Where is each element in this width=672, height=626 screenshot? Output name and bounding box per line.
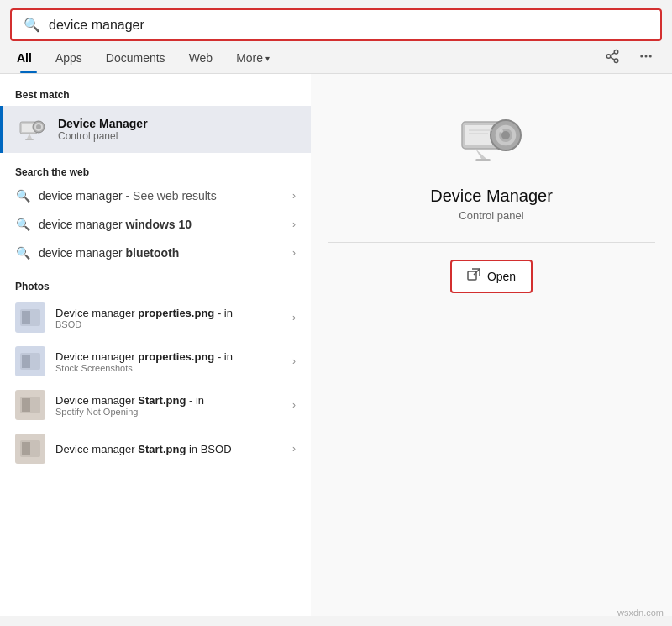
search-icon: 🔍	[15, 189, 30, 203]
svg-point-7	[649, 55, 652, 57]
svg-point-31	[500, 129, 503, 133]
photo-item-text-0: Device manager properties.png - in BSOD	[55, 307, 292, 329]
chevron-right-icon: ›	[292, 218, 296, 230]
photo-item-1[interactable]: Device manager properties.png - in Stock…	[0, 339, 311, 383]
photo-item-2[interactable]: Device manager Start.png - in Spotify No…	[0, 383, 311, 427]
chevron-right-icon: ›	[292, 443, 296, 455]
photo-thumb-2	[15, 390, 45, 420]
device-manager-icon-large	[458, 108, 525, 175]
divider	[328, 242, 655, 243]
svg-rect-18	[22, 355, 30, 368]
svg-point-5	[640, 55, 643, 57]
main-content: Best match Device Manager Control panel	[0, 74, 672, 616]
share-icon-button[interactable]	[600, 45, 625, 71]
tab-documents[interactable]: Documents	[94, 43, 177, 73]
left-panel: Best match Device Manager Control panel	[0, 74, 311, 616]
web-search-text-2: device manager bluetooth	[39, 246, 292, 260]
svg-rect-26	[475, 159, 491, 161]
svg-line-3	[610, 57, 614, 60]
search-icon: 🔍	[15, 246, 30, 260]
detail-app-name: Device Manager	[430, 187, 553, 206]
svg-point-2	[614, 59, 618, 63]
web-search-item-0[interactable]: 🔍 device manager - See web results ›	[0, 181, 311, 210]
open-external-icon	[467, 268, 480, 285]
svg-point-6	[645, 55, 648, 57]
svg-marker-25	[475, 149, 486, 159]
chevron-down-icon: ▾	[265, 54, 270, 63]
tabs-right-actions	[600, 45, 659, 71]
photo-item-text-1: Device manager properties.png - in Stock…	[55, 350, 292, 373]
photo-thumb-0	[15, 302, 45, 333]
web-search-text-1: device manager windows 10	[39, 218, 292, 231]
svg-point-30	[501, 131, 510, 139]
device-manager-icon-small	[18, 114, 48, 145]
svg-line-4	[610, 52, 614, 55]
tab-apps[interactable]: Apps	[44, 43, 94, 73]
tab-more[interactable]: More ▾	[224, 43, 281, 73]
photo-thumb-3	[15, 434, 45, 464]
right-panel: Device Manager Control panel Open	[311, 74, 672, 616]
open-button-label: Open	[487, 270, 516, 283]
photo-item-0[interactable]: Device manager properties.png - in BSOD …	[0, 296, 311, 339]
photo-item-text-2: Device manager Start.png - in Spotify No…	[55, 394, 292, 417]
best-match-item[interactable]: Device Manager Control panel	[0, 106, 311, 153]
open-button[interactable]: Open	[450, 260, 533, 293]
photos-section-label: Photos	[0, 276, 311, 296]
detail-app-type: Control panel	[459, 209, 523, 222]
svg-rect-16	[22, 311, 30, 324]
svg-rect-11	[25, 139, 34, 140]
svg-rect-22	[22, 442, 30, 455]
chevron-right-icon: ›	[292, 190, 296, 202]
chevron-right-icon: ›	[292, 355, 296, 367]
svg-rect-20	[22, 398, 30, 412]
chevron-right-icon: ›	[292, 399, 296, 411]
svg-point-1	[606, 54, 611, 58]
photo-item-text-3: Device manager Start.png in BSOD	[55, 443, 292, 455]
search-icon: 🔍	[15, 218, 30, 231]
svg-point-0	[614, 50, 618, 54]
tab-web[interactable]: Web	[177, 43, 225, 73]
photo-item-3[interactable]: Device manager Start.png in BSOD ›	[0, 427, 311, 471]
best-match-section-label: Best match	[0, 84, 311, 104]
tabs-bar: All Apps Documents Web More ▾	[0, 43, 672, 74]
search-input[interactable]	[49, 18, 648, 33]
web-search-item-2[interactable]: 🔍 device manager bluetooth ›	[0, 239, 311, 267]
search-bar: 🔍	[10, 8, 662, 41]
photo-thumb-1	[15, 346, 45, 376]
web-search-text-0: device manager - See web results	[39, 189, 292, 203]
chevron-right-icon: ›	[292, 247, 296, 259]
chevron-right-icon: ›	[292, 312, 296, 324]
watermark: wsxdn.com	[617, 608, 664, 618]
more-options-button[interactable]	[633, 45, 659, 71]
tab-all[interactable]: All	[13, 43, 44, 73]
svg-point-14	[36, 124, 41, 129]
web-search-item-1[interactable]: 🔍 device manager windows 10 ›	[0, 210, 311, 239]
web-search-section-label: Search the web	[0, 161, 311, 181]
search-icon: 🔍	[24, 17, 40, 33]
best-match-item-text: Device Manager Control panel	[58, 117, 148, 142]
svg-marker-10	[27, 134, 32, 139]
